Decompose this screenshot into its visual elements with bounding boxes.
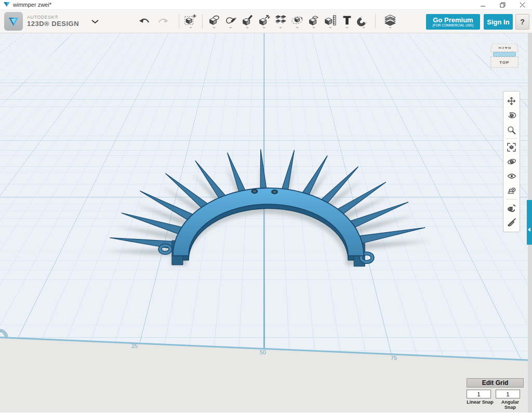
insert-button[interactable] xyxy=(182,12,199,30)
model-spiked-headband[interactable] xyxy=(0,33,532,412)
nav-separator xyxy=(506,199,517,199)
sign-in-button[interactable]: Sign In xyxy=(484,14,513,30)
toolbar-separator xyxy=(375,14,376,29)
view-cube[interactable]: BACK TOP xyxy=(486,38,524,73)
edit-grid-button[interactable]: Edit Grid xyxy=(467,378,524,388)
construct-button[interactable] xyxy=(239,12,256,30)
modify-button[interactable] xyxy=(256,12,272,30)
viewport-canvas[interactable]: 25 50 75 xyxy=(0,33,532,412)
grid-visibility-icon[interactable] xyxy=(503,183,520,198)
pan-icon[interactable] xyxy=(503,94,520,108)
brand-block: AUTODESK® 123D® DESIGN xyxy=(27,15,79,27)
text-tool-button[interactable] xyxy=(339,12,355,30)
undo-button[interactable] xyxy=(136,12,153,30)
minimize-button[interactable] xyxy=(473,0,493,10)
go-premium-sublabel: (FOR COMMERCIAL USE) xyxy=(433,23,474,28)
expand-panel-arrow-icon xyxy=(528,228,530,232)
angular-snap-label: Angular Snap xyxy=(495,399,525,410)
hide-sketches-icon[interactable] xyxy=(503,215,520,230)
snap-object-icon[interactable] xyxy=(503,201,520,215)
grouping-button[interactable] xyxy=(289,12,305,30)
sketch-button[interactable] xyxy=(222,12,239,30)
linear-snap-label: Linear Snap xyxy=(465,399,495,410)
zoom-fit-icon[interactable] xyxy=(503,140,520,154)
combine-button[interactable] xyxy=(305,12,322,30)
linear-snap-input[interactable] xyxy=(467,390,491,398)
primitives-button[interactable] xyxy=(206,12,222,30)
collapsed-panel-tab[interactable] xyxy=(527,200,532,245)
snap-tool-button[interactable] xyxy=(355,12,372,30)
view-cube-top-face[interactable]: TOP xyxy=(490,57,518,68)
navigation-toolbar xyxy=(503,91,520,232)
angular-snap-input[interactable] xyxy=(496,390,520,398)
redo-button[interactable] xyxy=(155,12,171,30)
shaded-view-icon[interactable] xyxy=(503,154,520,169)
close-button[interactable] xyxy=(512,0,532,10)
visibility-eye-icon[interactable] xyxy=(503,169,520,183)
end-loops xyxy=(160,245,373,262)
app-logo-icon xyxy=(4,2,10,8)
view-cube-back-face[interactable]: BACK xyxy=(490,44,518,52)
document-title: wimmper zwei* xyxy=(13,2,51,8)
orbit-icon[interactable] xyxy=(503,108,520,123)
materials-button[interactable] xyxy=(382,12,398,30)
title-bar: wimmper zwei* xyxy=(0,0,532,10)
brand-product: 123D® DESIGN xyxy=(27,20,79,28)
main-toolbar: AUTODESK® 123D® DESIGN xyxy=(0,10,532,33)
toolbar-separator xyxy=(179,14,179,29)
help-label: ? xyxy=(520,18,525,26)
main-menu-chevron-icon[interactable] xyxy=(91,17,99,26)
pattern-button[interactable] xyxy=(272,12,289,30)
nav-separator xyxy=(506,138,517,139)
zoom-icon[interactable] xyxy=(503,123,520,137)
measure-button[interactable] xyxy=(322,12,339,30)
grid-settings-panel: Edit Grid Linear Snap Angular Snap xyxy=(464,378,527,410)
view-cube-highlight-edge[interactable] xyxy=(493,52,516,57)
go-premium-label: Go Premium xyxy=(433,17,473,23)
sign-in-label: Sign In xyxy=(487,18,509,26)
toolbar-separator xyxy=(202,14,203,29)
view-cube-back-label: BACK xyxy=(498,46,511,49)
restore-button[interactable] xyxy=(493,0,512,10)
help-button[interactable]: ? xyxy=(515,14,529,30)
app-logo[interactable] xyxy=(4,12,23,31)
view-cube-top-label: TOP xyxy=(499,60,509,64)
go-premium-button[interactable]: Go Premium (FOR COMMERCIAL USE) xyxy=(426,14,480,30)
